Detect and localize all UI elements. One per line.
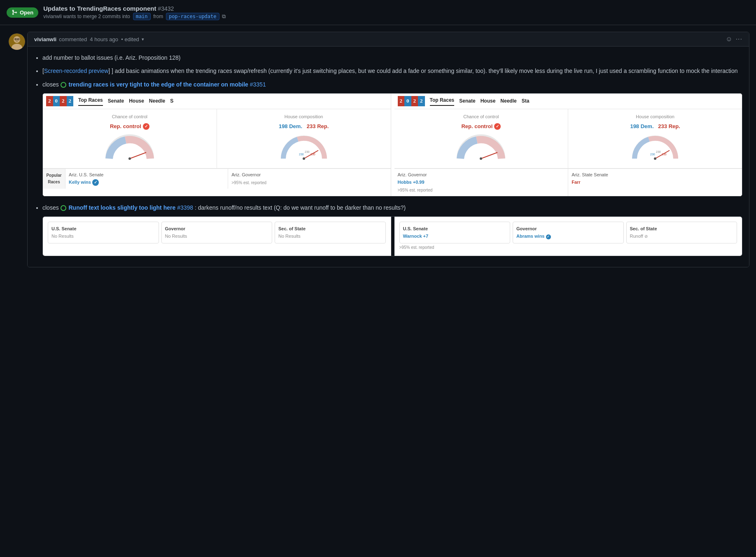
result-card-senate-no: U.S. Senate No Results <box>48 222 159 243</box>
result-sos-value-r: Runoff ⊘ <box>630 233 734 240</box>
no-results-container: U.S. Senate No Results Governor No Resul… <box>42 216 742 256</box>
race-senate-name: Ariz. U.S. Senate <box>69 171 224 179</box>
issue-3351-link[interactable]: trending races is very tight to the edge… <box>68 81 248 88</box>
result-senate-title: U.S. Senate <box>51 225 155 233</box>
svg-point-9 <box>128 157 131 160</box>
stat-house-left: House composition 198 Dem. 233 Rep. <box>217 109 391 168</box>
nav-top-races-right[interactable]: Top Races <box>430 96 455 106</box>
nav-needle-left[interactable]: Needle <box>149 97 165 105</box>
year-badge-left: 2 0 2 2 <box>46 96 73 106</box>
svg-text:230: 230 <box>656 150 661 153</box>
svg-text:230: 230 <box>305 150 310 153</box>
checkmark-icon-left: ✓ <box>143 123 149 130</box>
gauge-house-right: 230 230 230 <box>573 131 737 164</box>
popular-races-right: Ariz. Governor Hobbs +0.99 >95% est. rep… <box>394 169 742 196</box>
nav-s-left[interactable]: S <box>170 97 173 105</box>
pr-meta: vivianwli wants to merge 2 commits into … <box>43 13 226 20</box>
branch-main[interactable]: main <box>133 13 151 20</box>
branch-from[interactable]: pop-races-update <box>166 13 219 20</box>
svg-point-16 <box>480 157 482 160</box>
race-cards-right: Ariz. Governor Hobbs +0.99 >95% est. rep… <box>394 169 742 196</box>
stat-house-value-right: 198 Dem. 233 Rep. <box>573 122 737 131</box>
gauge-house-svg-right: 230 230 230 <box>630 134 680 161</box>
race-card-gov-right: Ariz. Governor Hobbs +0.99 >95% est. rep… <box>394 169 569 196</box>
pr-header: Open Updates to TrendingRaces component … <box>0 0 756 25</box>
race-gov-pct: >95% est. reported <box>231 180 387 186</box>
race-card-gov-left: Ariz. Governor >95% est. reported <box>228 169 390 189</box>
stats-right: Chance of control Rep. control ✓ <box>394 109 742 169</box>
svg-point-21 <box>654 157 656 160</box>
nav-house-left[interactable]: House <box>129 97 144 105</box>
race-gov-name: Ariz. Governor <box>231 171 387 179</box>
issue-3398-link[interactable]: Runoff text looks slightly too light her… <box>68 204 175 211</box>
result-est-reported: >95% est. reported <box>399 244 737 251</box>
nav-needle-right[interactable]: Needle <box>500 97 516 105</box>
nav-top-races-left[interactable]: Top Races <box>78 96 103 106</box>
list-item-1: add number to ballot issues (i.e. Ariz. … <box>42 53 742 62</box>
no-results-cards-left: U.S. Senate No Results Governor No Resul… <box>48 222 386 243</box>
result-senate-value: No Results <box>51 233 155 240</box>
comment-author[interactable]: vivianwli <box>34 36 56 42</box>
pr-number: #3432 <box>158 5 174 12</box>
svg-point-3 <box>15 39 16 40</box>
stat-house-label: House composition <box>222 113 386 121</box>
list-item-2: [Screen-recorded preview] ] add basic an… <box>42 66 742 75</box>
gauge-left <box>48 131 212 164</box>
screen-recorded-link[interactable]: Screen-recorded preview <box>44 68 108 74</box>
stat-control-label: Chance of control <box>48 113 212 121</box>
result-card-sos-res: Sec. of State Runoff ⊘ <box>626 222 737 243</box>
gauge-house-svg-left: 230 230 230 <box>279 134 329 161</box>
svg-text:230: 230 <box>650 153 655 156</box>
pr-title-text: Updates to TrendingRaces component <box>43 5 156 12</box>
race-gov-name-right: Ariz. Governor <box>398 171 565 179</box>
no-results-right: U.S. Senate Warnock +7 Governor Abrams w… <box>394 217 742 256</box>
issue-3351-num[interactable]: #3351 <box>250 81 266 88</box>
no-results-left: U.S. Senate No Results Governor No Resul… <box>43 217 391 256</box>
result-card-sos-no: Sec. of State No Results <box>275 222 386 243</box>
svg-line-8 <box>130 152 146 159</box>
stats-left: Chance of control Rep. control ✓ <box>43 109 391 169</box>
smiley-icon[interactable]: ☺ <box>726 35 732 43</box>
race-gov-result-right: Hobbs +0.99 <box>398 179 565 186</box>
list-item-3: closes trending races is very tight to t… <box>42 80 742 197</box>
open-issue-dot-1 <box>61 82 66 88</box>
result-sos-title-r: Sec. of State <box>630 225 734 233</box>
race-card-senate-state-right: Ariz. State Senate Farr <box>568 169 742 196</box>
comment-header-left: vivianwli commented 4 hours ago • edited… <box>34 36 144 42</box>
stat-house-right: House composition 198 Dem. 233 Rep. <box>568 109 742 168</box>
comment-body: add number to ballot issues (i.e. Ariz. … <box>28 47 749 267</box>
checkmark-senate: ✓ <box>92 179 99 186</box>
popular-races-left: Popular Races Ariz. U.S. Senate Kelly wi… <box>43 169 391 189</box>
copy-icon[interactable]: ⧉ <box>222 13 226 19</box>
preview-right: 2 0 2 2 Top Races Senate House Needle <box>394 94 742 196</box>
more-options-icon[interactable]: ··· <box>736 35 742 43</box>
comment-action: commented 4 hours ago • edited <box>59 36 139 42</box>
comment-header-actions: ☺ ··· <box>726 35 742 43</box>
svg-text:230: 230 <box>299 153 304 156</box>
issue-3398-num[interactable]: #3398 <box>177 204 193 211</box>
result-gov-value-r: Abrams wins ✓ <box>516 233 620 240</box>
result-senate-value-r: Warnock +7 <box>403 233 507 240</box>
stat-house-value: 198 Dem. 233 Rep. <box>222 122 386 131</box>
comment-list: add number to ballot issues (i.e. Ariz. … <box>34 53 742 256</box>
comment-block: vivianwli commented 4 hours ago • edited… <box>7 32 749 267</box>
open-issue-dot-2 <box>61 205 66 211</box>
race-cards-left: Ariz. U.S. Senate Kelly wins ✓ Ariz. Gov… <box>65 169 391 189</box>
result-gov-value: No Results <box>165 233 269 240</box>
comment-container: vivianwli commented 4 hours ago • edited… <box>27 32 749 267</box>
result-sos-title: Sec. of State <box>278 225 382 233</box>
stat-house-label-right: House composition <box>573 113 737 121</box>
edited-chevron[interactable]: ▾ <box>142 37 144 42</box>
svg-point-14 <box>303 157 305 160</box>
gauge-svg-left <box>105 134 154 161</box>
nav-house-right[interactable]: House <box>481 97 496 105</box>
result-card-senate-res: U.S. Senate Warnock +7 <box>399 222 511 243</box>
gauge-svg-right <box>456 134 506 161</box>
preview-left: 2 0 2 2 Top Races Senate House Needle <box>43 94 391 196</box>
nav-senate-left[interactable]: Senate <box>108 97 124 105</box>
runoff-icon: ⊘ <box>644 234 648 239</box>
gauge-house-left: 230 230 230 <box>222 131 386 164</box>
nav-sta-right[interactable]: Sta <box>522 97 530 105</box>
avatar-col <box>7 32 27 267</box>
nav-senate-right[interactable]: Senate <box>459 97 475 105</box>
